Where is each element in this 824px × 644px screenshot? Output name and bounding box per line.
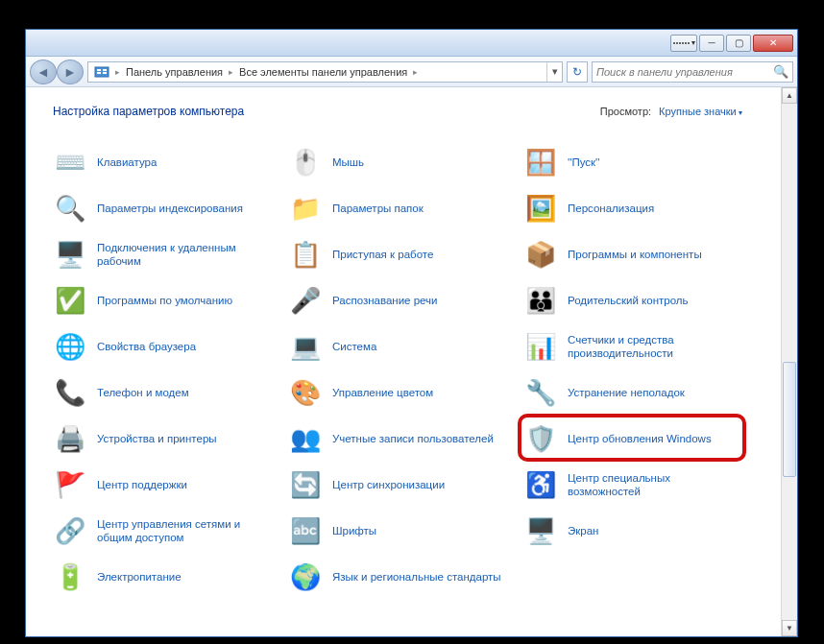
svg-rect-3 — [103, 69, 107, 71]
window-menu-button[interactable]: ▾ — [670, 35, 697, 52]
display-icon: 🖥️ — [523, 513, 558, 548]
cp-item-taskbar-start[interactable]: 🪟''Пуск'' — [523, 139, 759, 185]
item-label: Родительский контроль — [568, 294, 689, 307]
view-dropdown[interactable]: Крупные значки — [659, 106, 742, 117]
breadcrumb-sep: ▸ — [411, 67, 420, 77]
devices-printers-icon: 🖨️ — [53, 421, 87, 456]
system-icon: 💻 — [288, 329, 323, 364]
cp-item-windows-update[interactable]: 🛡️Центр обновления Windows — [523, 416, 759, 462]
internet-options-icon: 🌐 — [53, 329, 87, 364]
cp-item-troubleshooting[interactable]: 🔧Устранение неполадок — [523, 370, 759, 416]
cp-item-devices-printers[interactable]: 🖨️Устройства и принтеры — [53, 416, 288, 462]
item-label: Приступая к работе — [332, 248, 433, 261]
default-programs-icon: ✅ — [53, 283, 87, 318]
scroll-up-button[interactable]: ▲ — [782, 87, 797, 104]
network-sharing-icon: 🔗 — [53, 513, 87, 548]
search-icon: 🔍 — [773, 64, 788, 79]
breadcrumb-seg-2[interactable]: Все элементы панели управления — [235, 62, 411, 82]
maximize-icon: ▢ — [735, 37, 743, 48]
personalization-icon: 🖼️ — [523, 191, 558, 226]
cp-item-power-options[interactable]: 🔋Электропитание — [53, 554, 288, 600]
indexing-options-icon: 🔍 — [53, 191, 87, 226]
power-options-icon: 🔋 — [53, 560, 87, 594]
item-label: Центр синхронизации — [332, 478, 445, 491]
view-label: Просмотр: — [600, 106, 651, 117]
item-label: Центр управления сетями и общим доступом — [97, 517, 270, 545]
item-label: Шрифты — [332, 524, 376, 537]
nav-buttons: ◄ ► — [30, 60, 84, 84]
item-label: Программы по умолчанию — [97, 294, 232, 307]
maximize-button[interactable]: ▢ — [726, 35, 751, 52]
parental-controls-icon: 👪 — [523, 283, 558, 318]
cp-item-region-language[interactable]: 🌍Язык и региональные стандарты — [288, 554, 523, 600]
color-management-icon: 🎨 — [288, 375, 323, 410]
cp-item-user-accounts[interactable]: 👥Учетные записи пользователей — [288, 416, 523, 462]
breadcrumb[interactable]: ▸ Панель управления ▸ Все элементы панел… — [87, 61, 563, 83]
item-label: Устройства и принтеры — [97, 432, 217, 445]
item-label: Устранение неполадок — [568, 386, 685, 399]
performance-info-icon: 📊 — [523, 329, 558, 364]
close-icon: ✕ — [769, 37, 777, 48]
cp-item-mouse[interactable]: 🖱️Мышь — [288, 139, 523, 185]
view-selector: Просмотр: Крупные значки — [600, 106, 742, 117]
vertical-scrollbar[interactable]: ▲ ▼ — [781, 87, 797, 636]
refresh-button[interactable]: ↻ — [567, 61, 588, 83]
scroll-thumb[interactable] — [783, 362, 796, 477]
cp-item-getting-started[interactable]: 📋Приступая к работе — [288, 231, 523, 277]
cp-item-personalization[interactable]: 🖼️Персонализация — [523, 185, 759, 231]
item-label: Управление цветом — [332, 386, 433, 399]
cp-item-color-management[interactable]: 🎨Управление цветом — [288, 370, 523, 416]
cp-item-system[interactable]: 💻Система — [288, 323, 523, 370]
minimize-icon: ─ — [708, 37, 715, 48]
search-input[interactable] — [596, 66, 773, 78]
breadcrumb-dropdown[interactable]: ▾ — [546, 62, 562, 82]
cp-item-ease-of-access[interactable]: ♿Центр специальных возможностей — [523, 462, 759, 508]
close-button[interactable]: ✕ — [753, 35, 793, 52]
minimize-button[interactable]: ─ — [699, 35, 724, 52]
cp-item-keyboard[interactable]: ⌨️Клавиатура — [53, 139, 288, 185]
arrow-right-icon: ► — [63, 64, 77, 80]
cp-item-speech-recognition[interactable]: 🎤Распознавание речи — [288, 277, 523, 323]
arrow-left-icon: ◄ — [36, 64, 50, 80]
windows-update-icon: 🛡️ — [523, 421, 558, 456]
svg-rect-2 — [97, 72, 101, 74]
remote-desktop-icon: 🖥️ — [53, 237, 87, 272]
cp-item-sync-center[interactable]: 🔄Центр синхронизации — [288, 462, 523, 508]
item-label: Параметры индексирования — [97, 202, 243, 215]
control-panel-icon — [94, 64, 109, 80]
item-label: Экран — [568, 524, 598, 537]
breadcrumb-seg-1[interactable]: Панель управления — [122, 62, 227, 82]
cp-item-default-programs[interactable]: ✅Программы по умолчанию — [53, 277, 288, 323]
content-area: Настройка параметров компьютера Просмотр… — [26, 87, 797, 636]
back-button[interactable]: ◄ — [30, 60, 57, 84]
search-box[interactable]: 🔍 — [592, 61, 793, 83]
cp-item-network-sharing[interactable]: 🔗Центр управления сетями и общим доступо… — [53, 508, 288, 554]
cp-item-display[interactable]: 🖥️Экран — [523, 508, 759, 554]
keyboard-icon: ⌨️ — [53, 145, 87, 179]
cp-item-remote-desktop[interactable]: 🖥️Подключения к удаленным рабочим — [53, 231, 288, 277]
item-label: Подключения к удаленным рабочим — [97, 241, 270, 269]
cp-item-performance-info[interactable]: 📊Счетчики и средства производительности — [523, 323, 759, 370]
programs-features-icon: 📦 — [523, 237, 558, 272]
titlebar: ▾ ─ ▢ ✕ — [26, 30, 797, 57]
cp-item-indexing-options[interactable]: 🔍Параметры индексирования — [53, 185, 288, 231]
ease-of-access-icon: ♿ — [523, 467, 558, 502]
cp-item-phone-modem[interactable]: 📞Телефон и модем — [53, 370, 288, 416]
cp-item-internet-options[interactable]: 🌐Свойства браузера — [53, 323, 288, 370]
cp-item-folder-options[interactable]: 📁Параметры папок — [288, 185, 523, 231]
cp-item-action-center[interactable]: 🚩Центр поддержки — [53, 462, 288, 508]
refresh-icon: ↻ — [572, 65, 582, 79]
cp-item-parental-controls[interactable]: 👪Родительский контроль — [523, 277, 759, 323]
cp-item-programs-features[interactable]: 📦Программы и компоненты — [523, 231, 759, 277]
item-label: Персонализация — [568, 202, 654, 215]
scroll-down-button[interactable]: ▼ — [782, 620, 797, 636]
getting-started-icon: 📋 — [288, 237, 323, 272]
item-label: Программы и компоненты — [568, 248, 702, 261]
item-label: Система — [332, 340, 376, 353]
forward-button[interactable]: ► — [57, 60, 84, 84]
cp-item-fonts[interactable]: 🔤Шрифты — [288, 508, 523, 554]
scroll-track[interactable] — [782, 104, 797, 620]
breadcrumb-sep: ▸ — [227, 67, 235, 77]
heading-row: Настройка параметров компьютера Просмотр… — [53, 105, 771, 118]
item-label: Мышь — [332, 155, 364, 169]
